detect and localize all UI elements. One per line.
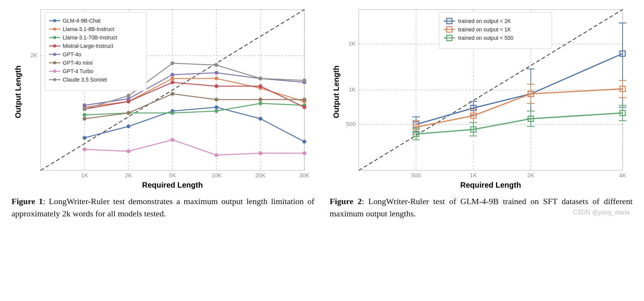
svg-point-45 <box>83 147 86 151</box>
svg-point-53 <box>171 61 174 65</box>
x-tick-10k: 10K <box>211 172 222 178</box>
x-tick-30k: 30K <box>299 172 310 178</box>
svg-point-12 <box>215 105 218 109</box>
figure1-chart: Output Length Required Length 2K 1K 2K 5… <box>8 4 318 191</box>
legend-gpt4omini: GPT-4o mini <box>63 60 93 66</box>
figure1-number: Figure 1 <box>11 196 43 206</box>
y-tick-500-2: 500 <box>346 121 356 127</box>
figure2-container: Output Length Required Length 2K 1K 500 … <box>326 4 636 191</box>
svg-point-18 <box>215 77 218 80</box>
x-axis-label-2: Required Length <box>460 181 521 189</box>
legend-llama70b: Llama-3.1-70B-Instruct <box>63 34 117 41</box>
figure1-caption: Figure 1: LongWriter-Ruler test demonstr… <box>8 195 318 220</box>
x-tick-1k-2: 1K <box>470 172 477 178</box>
svg-point-30 <box>215 84 218 88</box>
svg-point-47 <box>171 138 174 142</box>
svg-point-14 <box>302 140 306 144</box>
x-tick-2k: 2K <box>125 172 132 178</box>
y-axis-label-2: Output Length <box>332 65 340 118</box>
legend-2k: trained on output < 2K <box>458 18 511 24</box>
y-tick-2k-2: 2K <box>349 40 356 47</box>
svg-point-49 <box>259 151 262 155</box>
svg-point-67 <box>53 53 56 56</box>
svg-point-55 <box>259 77 262 80</box>
svg-point-52 <box>127 94 130 98</box>
svg-point-43 <box>259 98 262 101</box>
svg-point-44 <box>302 98 306 101</box>
legend-500: trained on output < 500 <box>458 35 514 41</box>
svg-point-46 <box>127 149 130 153</box>
svg-point-73 <box>53 78 56 81</box>
svg-point-9 <box>83 136 86 140</box>
x-tick-2k-2: 2K <box>527 172 534 178</box>
svg-point-59 <box>53 19 56 22</box>
figure1-caption-text: LongWriter-Ruler test demonstrates a max… <box>11 196 314 218</box>
legend-claude: Claude 3.5 Sonnet <box>63 77 107 83</box>
legend-1k: trained on output < 1K <box>458 26 511 33</box>
svg-point-24 <box>215 109 218 113</box>
svg-point-42 <box>215 98 218 101</box>
svg-point-54 <box>215 63 218 67</box>
figure2-chart: Output Length Required Length 2K 1K 500 … <box>326 4 636 191</box>
figure2-caption: Figure 2: LongWriter-Ruler test of GLM-4… <box>326 195 636 220</box>
x-tick-5k: 5K <box>169 172 176 178</box>
svg-point-36 <box>215 71 218 75</box>
x-tick-1k: 1K <box>81 172 88 178</box>
svg-point-63 <box>53 36 56 39</box>
legend-gpt4turbo: GPT-4 Turbo <box>63 68 93 74</box>
legend-llama8b: Llama-3.1-8B-Instruct <box>63 26 114 32</box>
svg-point-21 <box>83 113 86 117</box>
x-tick-4k-2: 4K <box>619 172 626 178</box>
svg-point-23 <box>171 111 174 115</box>
svg-point-50 <box>302 151 306 155</box>
legend-mistral: Mistral-Large-Instruct <box>63 43 113 49</box>
svg-point-51 <box>83 107 86 111</box>
figure2-number: Figure 2 <box>330 196 362 206</box>
figure1-container: Output Length Required Length 2K 1K 2K 5… <box>8 4 318 191</box>
svg-point-71 <box>53 70 56 73</box>
legend-gpt4o: GPT-4o <box>63 51 81 57</box>
svg-point-39 <box>83 117 86 121</box>
svg-point-32 <box>302 105 306 109</box>
x-axis-label-1: Required Length <box>142 181 203 189</box>
svg-point-31 <box>259 84 262 88</box>
legend-glm: GLM-4-9B-Chat <box>63 18 101 24</box>
x-tick-20k: 20K <box>255 172 266 178</box>
svg-point-56 <box>302 79 306 82</box>
svg-point-33 <box>83 103 86 107</box>
svg-point-61 <box>53 28 56 31</box>
svg-point-25 <box>259 101 262 105</box>
svg-point-69 <box>53 61 56 64</box>
svg-point-10 <box>127 124 130 128</box>
x-tick-500-2: 500 <box>411 172 421 178</box>
svg-point-35 <box>171 73 174 77</box>
y-tick-2k: 2K <box>31 52 37 58</box>
svg-point-65 <box>53 44 56 47</box>
watermark-text: CSDN @yang_daxia <box>573 208 629 217</box>
svg-point-17 <box>171 77 174 80</box>
svg-point-13 <box>259 117 262 121</box>
svg-point-41 <box>171 92 174 96</box>
svg-point-29 <box>171 80 174 84</box>
y-tick-1k-2: 1K <box>349 86 356 93</box>
svg-point-48 <box>215 153 218 157</box>
y-axis-label-1: Output Length <box>14 65 22 118</box>
svg-point-40 <box>127 111 130 115</box>
